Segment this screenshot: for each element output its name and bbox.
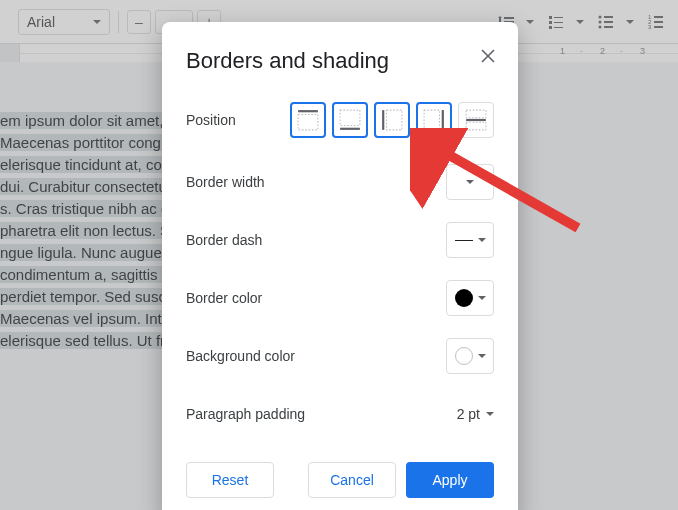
svg-rect-16 [382,110,384,130]
paragraph-padding-label: Paragraph padding [186,406,305,422]
dialog-title: Borders and shading [186,48,494,74]
apply-button[interactable]: Apply [406,462,494,498]
border-dash-label: Border dash [186,232,262,248]
position-group [290,102,494,138]
svg-rect-21 [466,119,486,121]
border-color-label: Border color [186,290,262,306]
close-button[interactable] [476,44,500,68]
border-dash-select[interactable] [446,222,494,258]
background-color-select[interactable] [446,338,494,374]
chevron-down-icon [478,354,486,358]
close-icon [481,49,495,63]
svg-rect-18 [424,110,439,130]
cancel-button[interactable]: Cancel [308,462,396,498]
border-top-button[interactable] [290,102,326,138]
color-swatch-white [455,347,473,365]
svg-rect-20 [466,110,486,118]
chevron-down-icon [478,296,486,300]
chevron-down-icon [478,238,486,242]
border-right-button[interactable] [416,102,452,138]
chevron-down-icon [486,412,494,416]
background-color-label: Background color [186,348,295,364]
svg-rect-13 [298,115,318,130]
paragraph-padding-select[interactable]: 2 pt [438,396,494,432]
color-swatch-black [455,289,473,307]
svg-rect-17 [387,110,402,130]
borders-shading-dialog: Borders and shading Position Border wid [162,22,518,510]
dash-solid-icon [455,240,473,241]
svg-rect-12 [298,110,318,112]
border-width-select[interactable] [446,164,494,200]
border-color-select[interactable] [446,280,494,316]
border-left-button[interactable] [374,102,410,138]
border-width-label: Border width [186,174,265,190]
svg-rect-22 [466,122,486,130]
dialog-buttons: Reset Cancel Apply [186,462,494,498]
reset-button[interactable]: Reset [186,462,274,498]
svg-rect-14 [340,110,360,125]
chevron-down-icon [466,180,474,184]
border-between-button[interactable] [458,102,494,138]
position-label: Position [186,112,236,128]
svg-rect-19 [442,110,444,130]
padding-value: 2 pt [457,406,480,422]
svg-rect-15 [340,128,360,130]
border-bottom-button[interactable] [332,102,368,138]
